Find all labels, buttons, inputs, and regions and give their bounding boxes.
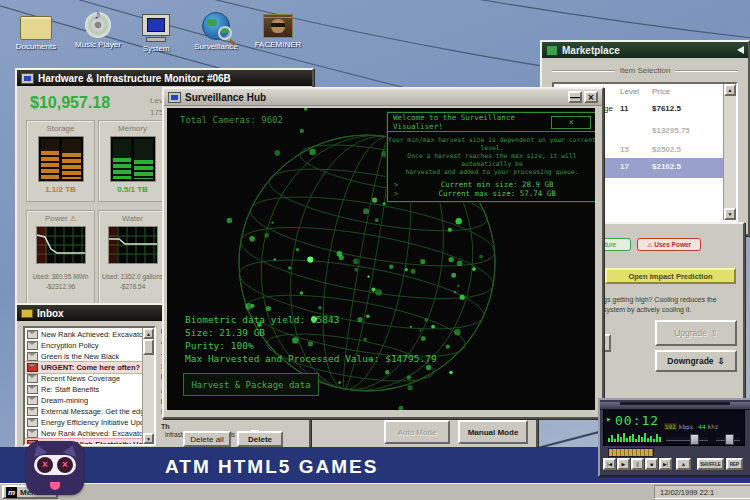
cooling-description-line1: gs getting high? Cooling reduces the (603, 296, 741, 303)
sound-icon[interactable] (737, 46, 744, 54)
inbox-scroll-thumb[interactable] (143, 339, 154, 355)
eject-button[interactable]: ▲ (676, 458, 691, 470)
inbox-item[interactable]: New Rank Achieved: Excavato... (25, 428, 143, 439)
inbox-item-label: Dream-mining (41, 396, 88, 405)
repeat-button[interactable]: REP (726, 458, 743, 470)
scroll-up-button[interactable]: ▲ (724, 84, 736, 96)
volume-slider[interactable] (666, 437, 708, 441)
inbox-item[interactable]: Green is the New Black (25, 351, 143, 362)
water-graph (108, 226, 158, 264)
inbox-scroll-down[interactable]: ▼ (143, 433, 154, 444)
camera-dot (354, 268, 358, 272)
camera-dot (457, 260, 463, 266)
camera-dot (337, 251, 343, 257)
dialog-close-button[interactable]: × (551, 116, 591, 129)
previous-button[interactable]: |◀ (603, 458, 616, 470)
marketplace-icon (546, 45, 558, 56)
storage-panel: Storage 1.1/2 TB (26, 120, 95, 202)
delete-button[interactable]: Delete (237, 431, 283, 447)
desktop-icon-system[interactable]: System (128, 14, 184, 53)
envelope-icon (27, 330, 38, 339)
stop-button[interactable]: ■ (645, 458, 658, 470)
scroll-down-button[interactable]: ▼ (724, 208, 736, 220)
play-button[interactable]: ▶ (617, 458, 630, 470)
manual-mode-button[interactable]: Manual Mode (458, 420, 528, 444)
auto-mode-button[interactable]: Auto Mode (384, 420, 450, 444)
camera-dot (399, 406, 404, 410)
inbox-scroll-up[interactable]: ▲ (143, 328, 154, 339)
cooling-panel-window: Temperature ⚠ Uses Power Open Impact Pre… (597, 222, 745, 402)
spectrum-analyzer (608, 430, 661, 442)
bitrate-unit: kbps (679, 423, 693, 430)
camera-dot (245, 303, 252, 310)
camera-dot (457, 284, 460, 287)
inbox-item[interactable]: Energy Efficiency Initiative Upd... (25, 417, 143, 428)
upgrade-button[interactable]: Upgrade⇧ (655, 320, 737, 346)
camera-dot (372, 198, 377, 203)
dialog-line3: harvested and added to your processing q… (388, 168, 595, 176)
upgrade-icon: ⇧ (711, 328, 718, 338)
camera-dot (407, 375, 411, 379)
open-impact-prediction-button[interactable]: Open Impact Prediction (605, 268, 736, 284)
shuffle-button[interactable]: SHUFFLE (697, 458, 724, 470)
seek-bar[interactable] (608, 448, 654, 457)
desktop: Documents ♪ Music Player System Surveill… (0, 0, 750, 500)
inbox-item[interactable]: Dream-mining (25, 395, 143, 406)
balance-slider[interactable] (716, 437, 740, 441)
camera-dot (296, 248, 300, 252)
computer-icon (142, 14, 170, 36)
dialog-title: Welcome to the Surveillance Visualiser! (393, 113, 551, 131)
envelope-icon (27, 341, 38, 350)
samplerate-value: 44 (698, 423, 705, 430)
envelope-icon (27, 418, 38, 427)
next-button[interactable]: ▶| (659, 458, 672, 470)
camera-dot (454, 329, 460, 335)
inbox-item[interactable]: External Message: Get the edge... (25, 406, 143, 417)
downgrade-button[interactable]: Downgrade⇩ (655, 350, 737, 372)
urgent-envelope-icon (27, 363, 38, 372)
desktop-icon-documents[interactable]: Documents (8, 16, 64, 51)
item-level: 17 (620, 162, 629, 171)
inbox-item-label: Encryption Policy (41, 341, 99, 350)
item-price: $2502.5 (652, 145, 681, 154)
surveillance-titlebar[interactable]: Surveillance Hub — × (164, 89, 602, 106)
inbox-item[interactable]: Encryption Policy (25, 340, 143, 351)
harvest-package-button[interactable]: Harvest & Package data (183, 373, 319, 396)
desktop-icon-faceminer[interactable]: FACEMINER (250, 14, 306, 49)
monitor-icon (168, 92, 181, 103)
list-scrollbar[interactable]: ▲ ▼ (723, 84, 736, 220)
taskbar-clock[interactable]: 12/02/1999 22:1 (654, 485, 750, 499)
level-label-fragment: Lev (150, 96, 163, 105)
camera-dot (304, 108, 308, 111)
dialog-max-size: Current max size: 57.74 GB (398, 189, 595, 198)
delete-all-button[interactable]: Delete all (183, 431, 231, 447)
storage-value: 1.1/2 TB (27, 185, 94, 194)
pause-button[interactable]: || (631, 458, 644, 470)
minimize-button[interactable]: — (568, 91, 582, 103)
inbox-item[interactable]: URGENT: Come here often? (25, 362, 143, 373)
inbox-item[interactable]: Recent News Coverage (25, 373, 143, 384)
inbox-item-label: Green is the New Black (41, 352, 119, 361)
envelope-icon (27, 429, 38, 438)
desktop-icon-surveillance[interactable]: Surveillance (188, 12, 244, 51)
cooling-description-line2: system by actively cooling it. (603, 306, 741, 313)
inbox-item[interactable]: Re: Staff Benefits (25, 384, 143, 395)
inbox-item[interactable]: New Rank Achieved: Excavato... (25, 329, 143, 340)
player-titlebar[interactable] (600, 402, 750, 410)
monitor-icon (21, 73, 34, 84)
samplerate-unit: khz (708, 423, 719, 430)
cd-icon: ♪ (85, 12, 111, 38)
memory-value: 0.5/1 TB (99, 185, 166, 194)
desktop-icon-music-player[interactable]: ♪ Music Player (70, 12, 126, 49)
hardware-monitor-titlebar[interactable]: Hardware & Infrastructure Monitor: #06B (17, 70, 312, 86)
envelope-icon (27, 352, 38, 361)
marketplace-titlebar[interactable]: Marketplace (542, 42, 748, 58)
power-panel: Power ⚠ Used: 380.95 MWh -$2312.96 (26, 210, 95, 308)
dialog-min-size: Current min size: 28.9 GB (398, 180, 595, 189)
close-button[interactable]: × (584, 91, 598, 103)
envelope-icon (27, 396, 38, 405)
camera-dot (375, 218, 379, 222)
inbox-item-label: Recent News Coverage (41, 374, 120, 383)
harvest-stats: Biometric data yield: 15843Size: 21.39 G… (185, 313, 437, 365)
inbox-scrollbar[interactable]: ▲ ▼ (142, 328, 154, 444)
